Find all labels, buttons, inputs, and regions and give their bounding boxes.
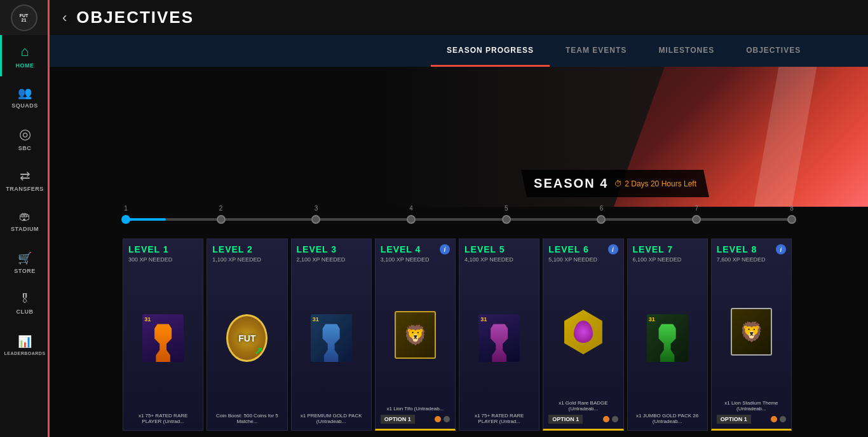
level-card-2: LEVEL 2 1,100 XP NEEDED FUT ↗ Coin Boost…: [207, 239, 287, 431]
player-silhouette-7: [653, 324, 682, 362]
progress-dot-1: 1: [121, 215, 130, 224]
level-4-reward-image: 🦁: [381, 268, 450, 402]
level-4-desc: x1 Lion Tifo (Untradeab...: [381, 406, 450, 412]
level-8-xp: 7,600 XP NEEDED: [717, 256, 786, 263]
level-8-lion-card: 🦁: [731, 308, 772, 356]
level-8-option: OPTION 1: [717, 415, 786, 424]
level-8-reward-image: 🦁: [717, 268, 786, 396]
level-6-dots: [603, 416, 618, 422]
tab-objectives[interactable]: OBJECTIVES: [730, 35, 817, 67]
dot-gray-6: [612, 416, 618, 422]
sidebar-item-leaderboards-label: LEADERBOARDS: [4, 351, 45, 356]
tab-season-progress[interactable]: SEASON PROGRESS: [431, 35, 550, 67]
sidebar-item-leaderboards[interactable]: 📊 LEADERBOARDS: [0, 324, 48, 366]
level-8-dots: [771, 416, 786, 422]
level-4-lion-card: 🦁: [395, 311, 436, 359]
level-7-reward-image: 31: [633, 268, 702, 409]
leaderboards-icon: 📊: [18, 335, 32, 349]
level-3-header: LEVEL 3: [297, 244, 366, 254]
dot-label-8: 8: [790, 205, 794, 212]
progress-track: 1 2 3 4 5 6 7 8: [50, 207, 868, 232]
fut-text: FUT: [238, 333, 255, 343]
store-icon: 🛒: [18, 251, 32, 265]
progress-dot-4: 4: [407, 215, 416, 224]
progress-dot-8: 8: [787, 215, 796, 224]
tab-navigation: SEASON PROGRESS TEAM EVENTS MILESTONES O…: [50, 35, 868, 67]
sidebar-item-transfers-label: TRANSFERS: [6, 186, 44, 192]
dot-gray-4: [444, 416, 450, 422]
back-button[interactable]: ‹: [62, 10, 67, 26]
hero-banner: SEASON 4 ⏱ 2 Days 20 Hours Left: [50, 67, 868, 207]
sidebar-item-stadium-label: STADIUM: [11, 226, 39, 232]
level-4-title: LEVEL 4: [381, 244, 421, 254]
level-4-option: OPTION 1: [381, 415, 450, 424]
level-6-reward-image: [548, 268, 618, 396]
level-4-header: LEVEL 4 i: [381, 244, 450, 254]
season-badge: SEASON 4 ⏱ 2 Days 20 Hours Left: [521, 170, 709, 197]
sidebar-item-home-label: HOME: [16, 62, 34, 69]
level-2-title: LEVEL 2: [212, 244, 253, 254]
dot-label-7: 7: [695, 205, 698, 212]
level-7-xp: 6,100 XP NEEDED: [633, 256, 702, 263]
sidebar-item-squads[interactable]: 👥 SQUADS: [0, 76, 48, 118]
level-3-title: LEVEL 3: [297, 244, 337, 254]
progress-dot-6: 6: [597, 215, 606, 224]
level-6-title: LEVEL 6: [548, 244, 589, 254]
dot-label-5: 5: [505, 205, 508, 212]
sidebar-item-store[interactable]: 🛒 STORE: [0, 242, 48, 283]
home-icon: ⌂: [20, 43, 29, 60]
level-8-info-icon[interactable]: i: [776, 244, 786, 254]
level-8-option-label: OPTION 1: [717, 415, 751, 424]
level-3-player-card: 31: [311, 314, 352, 362]
level-1-player-card: 31: [142, 314, 184, 362]
app-logo: FUT21: [0, 0, 48, 35]
level-6-xp: 5,100 XP NEEDED: [548, 256, 618, 263]
level-6-header: LEVEL 6 i: [548, 244, 618, 254]
page-title: OBJECTIVES: [76, 8, 194, 27]
sidebar-item-club[interactable]: 🎖 CLUB: [0, 283, 48, 324]
level-6-option: OPTION 1: [548, 415, 618, 424]
fut-logo-icon: FUT21: [11, 4, 37, 31]
level-3-xp: 2,100 XP NEEDED: [297, 256, 366, 263]
sidebar-item-squads-label: SQUADS: [11, 102, 38, 109]
level-7-player-card: 31: [647, 314, 688, 362]
progress-dot-2: 2: [217, 215, 226, 224]
level-5-title: LEVEL 5: [465, 244, 505, 254]
level-card-8: LEVEL 8 i 7,600 XP NEEDED 🦁 x1 Lion Stad…: [711, 239, 792, 431]
player-silhouette-3: [317, 324, 346, 362]
level-7-header: LEVEL 7: [633, 244, 702, 254]
progress-line: 1 2 3 4 5 6 7 8: [126, 218, 792, 221]
dot-label-6: 6: [600, 205, 604, 212]
page-header: ‹ OBJECTIVES: [50, 0, 868, 35]
level-card-6: LEVEL 6 i 5,100 XP NEEDED x1 Gold Rare B…: [543, 239, 623, 431]
season-title: SEASON 4: [534, 176, 608, 191]
tab-milestones[interactable]: MILESTONES: [642, 35, 730, 67]
sidebar-item-home[interactable]: ⌂ HOME: [0, 35, 48, 76]
sidebar-item-sbc[interactable]: ◎ SBC: [0, 118, 48, 159]
sidebar-item-transfers[interactable]: ⇄ TRANSFERS: [0, 159, 48, 200]
level-4-info-icon[interactable]: i: [440, 244, 450, 254]
dot-label-4: 4: [409, 205, 413, 212]
dot-label-1: 1: [124, 205, 128, 212]
level-6-desc: x1 Gold Rare BADGE (Untradeab...: [548, 400, 618, 412]
dot-orange-6: [603, 416, 609, 422]
level-1-desc: x1 75+ RATED RARE PLAYER (Untrad...: [128, 413, 198, 425]
sidebar-item-stadium[interactable]: 🏟 STADIUM: [0, 200, 48, 242]
progress-dot-7: 7: [692, 215, 701, 224]
tab-team-events[interactable]: TEAM EVENTS: [550, 35, 642, 67]
sbc-icon: ◎: [19, 126, 31, 142]
level-5-header: LEVEL 5: [465, 244, 534, 254]
level-6-option-label: OPTION 1: [548, 415, 583, 424]
player-rating: 31: [144, 316, 151, 323]
level-1-header: LEVEL 1: [128, 244, 198, 254]
dot-gray-8: [780, 416, 786, 422]
timer-text: 2 Days 20 Hours Left: [625, 179, 696, 188]
level-8-header: LEVEL 8 i: [717, 244, 786, 254]
level-card-5: LEVEL 5 4,100 XP NEEDED 31 x1 75+ RATED …: [459, 239, 539, 431]
fut-arrow: ↗: [254, 345, 262, 357]
level-cards-area: LEVEL 1 300 XP NEEDED 31 x1 75+ RATED RA…: [50, 232, 868, 437]
level-card-4: LEVEL 4 i 3,100 XP NEEDED 🦁 x1 Lion Tifo…: [375, 239, 456, 431]
level-4-dots: [435, 416, 450, 422]
level-6-info-icon[interactable]: i: [608, 244, 618, 254]
progress-dot-5: 5: [502, 215, 511, 224]
